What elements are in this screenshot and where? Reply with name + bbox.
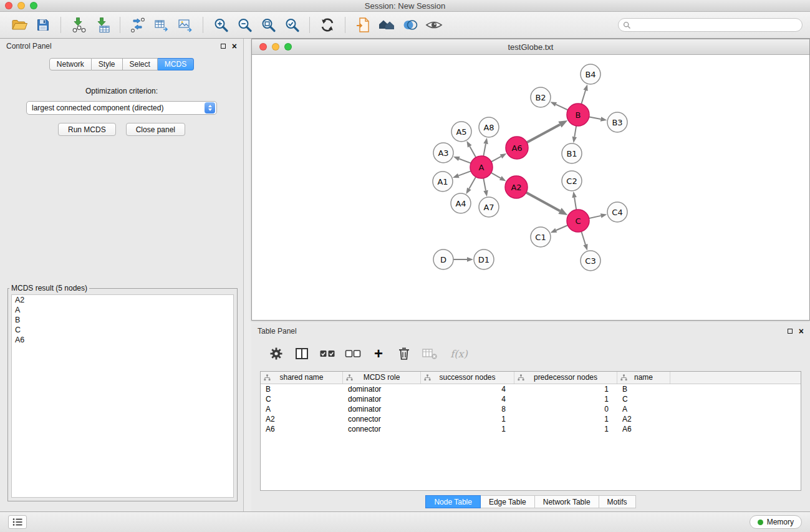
float-table-panel-icon[interactable] [788,329,793,334]
edge-arrowhead [600,213,607,218]
memory-button[interactable]: Memory [750,515,802,529]
mcds-result-list[interactable]: A2ABCA6 [11,294,234,498]
export-document-button[interactable] [351,14,375,36]
zoom-window-button[interactable] [30,2,37,9]
zoom-out-button[interactable] [233,14,256,36]
network-canvas[interactable]: B4B2BB3A5A8A6B1A3AC2A1A2A4A7CC4C1C3DD1 [252,55,809,320]
toolbar-separator [309,17,310,33]
column-header[interactable]: shared name [261,372,343,384]
network-zoom-button[interactable] [284,43,292,51]
graph-node-C3[interactable]: C3 [581,251,600,271]
import-network-button[interactable] [67,14,90,36]
graph-node-B4[interactable]: B4 [581,64,600,84]
open-file-button[interactable] [7,14,31,36]
reset-view-button[interactable] [375,14,398,36]
graph-node-C2[interactable]: C2 [562,171,582,191]
tab-motifs[interactable]: Motifs [599,495,636,508]
tab-network-table[interactable]: Network Table [535,495,599,508]
network-close-button[interactable] [259,43,267,51]
show-graphics-details-button[interactable] [422,14,446,36]
function-builder-button[interactable]: f(x) [445,344,473,364]
zoom-selected-button[interactable] [280,14,304,36]
import-table-button[interactable] [90,14,114,36]
close-panel-button[interactable]: Close panel [126,123,185,136]
graph-node-A5[interactable]: A5 [451,122,471,142]
graph-node-B2[interactable]: B2 [531,87,551,107]
result-item[interactable]: C [12,325,233,335]
task-history-button[interactable] [8,515,27,529]
column-header[interactable]: MCDS role [343,372,421,384]
graph-node-D[interactable]: D [433,249,453,269]
edge-arrowhead [467,257,473,262]
deselect-all-button[interactable] [343,344,363,364]
gear-icon [269,346,284,361]
graph-node-B3[interactable]: B3 [607,112,627,132]
column-header[interactable]: name [617,372,670,384]
graph-node-A[interactable]: A [470,156,493,178]
node-label: A4 [455,199,466,208]
node-label: B1 [566,149,577,158]
result-item[interactable]: B [12,315,233,325]
tab-edge-table[interactable]: Edge Table [481,495,535,508]
graph-node-A7[interactable]: A7 [479,197,499,217]
optimization-criterion-select[interactable]: largest connected component (directed) [26,101,217,115]
tab-style[interactable]: Style [92,58,123,70]
apply-layout-button[interactable] [316,14,339,36]
graph-node-B[interactable]: B [567,104,589,126]
tab-network[interactable]: Network [49,58,92,70]
export-network-button[interactable] [126,14,150,36]
result-item[interactable]: A2 [12,295,233,305]
unchecked-boxes-icon [345,347,361,360]
graph-node-C1[interactable]: C1 [531,227,551,247]
search-box[interactable] [618,18,803,32]
minimize-window-button[interactable] [17,2,25,9]
delete-column-button[interactable] [394,344,414,364]
select-all-button[interactable] [317,344,337,364]
edge-arrowhead [572,191,576,198]
network-minimize-button[interactable] [272,43,279,51]
tab-node-table[interactable]: Node Table [425,495,481,508]
table-panel-title: Table Panel [258,327,297,336]
graph-node-B1[interactable]: B1 [562,143,582,163]
node-table: shared nameMCDS rolesuccessor nodesprede… [260,371,801,491]
table-row[interactable]: Adominator80A [261,404,801,414]
column-header[interactable]: successor nodes [421,372,514,384]
graph-node-A2[interactable]: A2 [505,176,528,198]
table-row[interactable]: Cdominator41C [261,394,801,404]
graph-node-A8[interactable]: A8 [479,117,499,137]
hide-table-button[interactable] [420,344,440,364]
graph-node-C[interactable]: C [567,210,589,232]
show-columns-button[interactable] [292,344,312,364]
tab-mcds[interactable]: MCDS [158,58,194,70]
result-item[interactable]: A [12,305,233,315]
graph-node-A3[interactable]: A3 [433,143,453,163]
graph-node-A1[interactable]: A1 [433,172,453,191]
node-table-body[interactable]: Bdominator41BCdominator41CAdominator80AA… [261,384,801,434]
graph-node-D1[interactable]: D1 [474,249,494,269]
network-window-titlebar[interactable]: testGlobe.txt [252,39,809,55]
search-input[interactable] [634,21,798,29]
export-image-button[interactable] [173,14,197,36]
close-table-panel-icon[interactable]: × [799,327,804,336]
add-column-button[interactable]: + [369,344,388,364]
run-mcds-button[interactable]: Run MCDS [58,123,116,136]
save-session-button[interactable] [31,14,55,36]
close-panel-icon[interactable]: × [232,42,237,51]
result-item[interactable]: A6 [12,335,233,345]
table-row[interactable]: Bdominator41B [261,384,801,394]
column-settings-button[interactable] [266,344,286,364]
graph-node-C4[interactable]: C4 [607,202,627,222]
table-row[interactable]: A2connector11A2 [261,414,801,424]
tab-select[interactable]: Select [123,58,158,70]
column-header[interactable]: predecessor nodes [514,372,617,384]
toggle-views-button[interactable] [398,14,422,36]
export-table-button[interactable] [150,14,173,36]
network-graph[interactable]: B4B2BB3A5A8A6B1A3AC2A1A2A4A7CC4C1C3DD1 [252,55,809,320]
float-panel-icon[interactable] [221,44,226,49]
graph-node-A6[interactable]: A6 [506,137,528,159]
close-window-button[interactable] [5,2,12,9]
table-row[interactable]: A6connector11A6 [261,424,801,434]
zoom-fit-button[interactable] [256,14,280,36]
zoom-in-button[interactable] [209,14,233,36]
graph-node-A4[interactable]: A4 [451,193,471,213]
